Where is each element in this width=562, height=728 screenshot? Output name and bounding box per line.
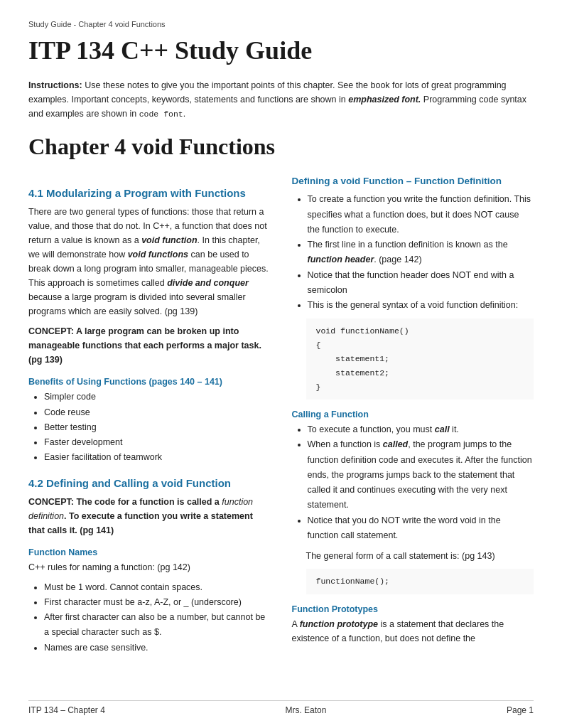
section1-heading: 4.1 Modularizing a Program with Function… xyxy=(28,187,271,199)
prototypes-body: A function prototype is a statement that… xyxy=(292,617,534,646)
list-item: When a function is called, the program j… xyxy=(308,437,534,513)
funcnames-intro: C++ rules for naming a function: (pg 142… xyxy=(28,560,271,574)
chapter-title: Chapter 4 void Functions xyxy=(28,134,534,160)
call-em: call xyxy=(435,424,450,434)
function-prototype-em: function prototype xyxy=(300,619,378,629)
instructions-em: emphasized font. xyxy=(348,95,421,105)
call-form-text: The general form of a call statement is:… xyxy=(306,549,534,563)
list-item: Must be 1 word. Cannot contain spaces. xyxy=(44,580,271,595)
main-title: ITP 134 C++ Study Guide xyxy=(28,36,534,65)
void-functions-em2: void functions xyxy=(128,250,188,259)
list-item: Names are case sensitive. xyxy=(44,641,271,655)
concept2: CONCEPT: The code for a function is call… xyxy=(28,495,271,537)
list-item: This is the general syntax of a void fun… xyxy=(308,298,534,313)
list-item: To execute a function, you must call it. xyxy=(308,422,534,437)
list-item: Notice that the function header does NOT… xyxy=(308,268,534,299)
instructions-code: code font xyxy=(139,109,183,119)
benefits-heading: Benefits of Using Functions (pages 140 –… xyxy=(28,377,271,387)
list-item: First character must be a-z, A-Z, or _ (… xyxy=(44,595,271,610)
calling-heading: Calling a Function xyxy=(292,410,534,419)
page-header: Study Guide - Chapter 4 void Functions xyxy=(28,20,534,28)
call-code-block: functionName(); xyxy=(306,569,534,594)
list-item: After first character can also be a numb… xyxy=(44,610,271,641)
list-item: Better testing xyxy=(44,420,271,435)
called-em: called xyxy=(383,439,408,449)
void-function-em: void function xyxy=(141,235,197,245)
right-column: Defining a void Function – Function Defi… xyxy=(292,176,534,661)
list-item: Faster development xyxy=(44,435,271,450)
section2-heading: 4.2 Defining and Calling a void Function xyxy=(28,477,271,489)
concept1: CONCEPT: A large program can be broken u… xyxy=(28,324,271,367)
list-item: The first line in a function definition … xyxy=(308,237,534,268)
funcnames-heading: Function Names xyxy=(28,547,271,557)
function-header-em: function header xyxy=(308,255,374,264)
two-column-layout: 4.1 Modularizing a Program with Function… xyxy=(28,176,534,661)
instructions-label: Instructions: xyxy=(28,80,82,90)
calling-list: To execute a function, you must call it.… xyxy=(308,422,534,543)
list-item: Notice that you do NOT write the word vo… xyxy=(308,513,534,544)
divide-conquer-em: divide and conquer xyxy=(167,278,249,288)
footer-left: ITP 134 – Chapter 4 xyxy=(28,705,105,715)
list-item: To create a function you write the funct… xyxy=(308,192,534,237)
defining-list: To create a function you write the funct… xyxy=(308,192,534,313)
benefits-list: Simpler code Code reuse Better testing F… xyxy=(44,390,271,465)
footer-right: Page 1 xyxy=(507,705,534,715)
prototypes-heading: Function Prototypes xyxy=(292,604,534,614)
instructions: Instructions: Use these notes to give yo… xyxy=(28,78,534,121)
page-footer: ITP 134 – Chapter 4 Mrs. Eaton Page 1 xyxy=(28,700,534,715)
funcnames-list: Must be 1 word. Cannot contain spaces. F… xyxy=(44,580,271,655)
list-item: Simpler code xyxy=(44,390,271,405)
list-item: Code reuse xyxy=(44,405,271,420)
left-column: 4.1 Modularizing a Program with Function… xyxy=(28,176,271,661)
footer-center: Mrs. Eaton xyxy=(285,705,326,715)
defining-heading: Defining a void Function – Function Defi… xyxy=(292,176,534,186)
code-syntax-block: void functionName() { statement1; statem… xyxy=(306,318,534,400)
list-item: Easier facilitation of teamwork xyxy=(44,450,271,465)
section1-body: There are two general types of functions… xyxy=(28,205,271,318)
